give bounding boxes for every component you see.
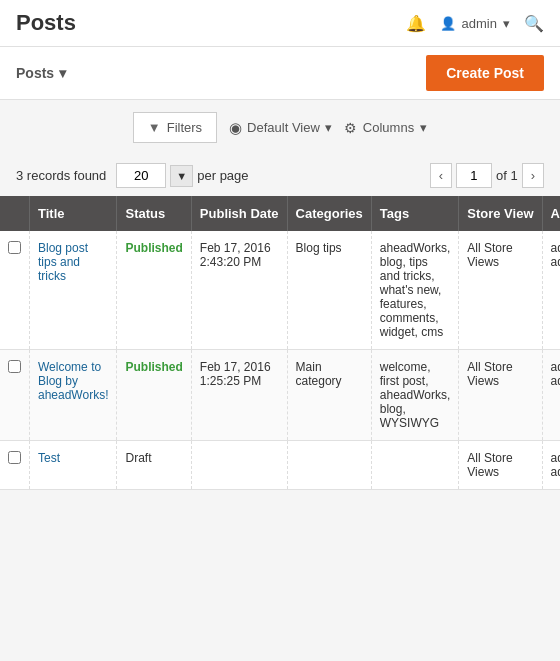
row-publish-date: Feb 17, 2016 1:25:25 PM [191,350,287,441]
row-checkbox[interactable] [8,360,21,373]
per-page-label: per page [197,168,248,183]
view-selector[interactable]: ◉ Default View ▾ [229,119,332,137]
gear-icon: ⚙ [344,120,357,136]
col-publish-date: Publish Date [191,196,287,231]
per-page-dropdown-icon[interactable]: ▼ [170,165,193,187]
table-row: Blog post tips and tricksPublishedFeb 17… [0,231,560,350]
row-title[interactable]: Blog post tips and tricks [38,241,88,283]
col-store-view: Store View [459,196,542,231]
per-page-input[interactable] [116,163,166,188]
per-page-selector: ▼ per page [116,163,248,188]
row-status: Published [125,360,182,374]
user-icon: 👤 [440,16,456,31]
row-title[interactable]: Welcome to Blog by aheadWorks! [38,360,108,402]
view-label: Default View [247,120,320,135]
row-store-view: All Store Views [459,441,542,490]
row-store-view: All Store Views [459,350,542,441]
sub-header: Posts ▾ Create Post [0,47,560,100]
row-categories: Blog tips [287,231,371,350]
data-table: Title Status Publish Date Categories Tag… [0,196,560,490]
row-checkbox[interactable] [8,241,21,254]
row-categories [287,441,371,490]
row-status: Draft [125,451,151,465]
table-row: Welcome to Blog by aheadWorks!PublishedF… [0,350,560,441]
posts-dropdown[interactable]: Posts ▾ [16,65,66,81]
row-status: Published [125,241,182,255]
col-checkbox [0,196,30,231]
search-icon[interactable]: 🔍 [524,14,544,33]
row-publish-date [191,441,287,490]
row-title[interactable]: Test [38,451,60,465]
admin-chevron-icon: ▾ [503,16,510,31]
row-tags: aheadWorks, blog, tips and tricks, what'… [371,231,458,350]
table-header: Title Status Publish Date Categories Tag… [0,196,560,231]
records-row: 3 records found ▼ per page ‹ of 1 › [0,155,560,196]
row-tags [371,441,458,490]
view-chevron-icon: ▾ [325,120,332,135]
col-title: Title [30,196,117,231]
page-title: Posts [16,10,76,36]
col-tags: Tags [371,196,458,231]
col-author: Author [542,196,560,231]
records-found: 3 records found [16,168,106,183]
next-page-button[interactable]: › [522,163,544,188]
page-number-input[interactable] [456,163,492,188]
columns-button[interactable]: ⚙ Columns ▾ [344,120,427,136]
create-post-button[interactable]: Create Post [426,55,544,91]
row-author: admin admin [542,231,560,350]
columns-label: Columns [363,120,414,135]
filter-label: Filters [167,120,202,135]
row-store-view: All Store Views [459,231,542,350]
row-publish-date: Feb 17, 2016 2:43:20 PM [191,231,287,350]
pagination: ‹ of 1 › [430,163,544,188]
posts-dropdown-chevron-icon: ▾ [59,65,66,81]
posts-dropdown-label: Posts [16,65,54,81]
columns-chevron-icon: ▾ [420,120,427,135]
of-label: of 1 [496,168,518,183]
row-author: admin admin [542,350,560,441]
admin-label: admin [462,16,497,31]
table-row: TestDraftAll Store Viewsadmin admin [0,441,560,490]
row-checkbox[interactable] [8,451,21,464]
filter-button[interactable]: ▼ Filters [133,112,217,143]
prev-page-button[interactable]: ‹ [430,163,452,188]
admin-user[interactable]: 👤 admin ▾ [440,16,510,31]
row-author: admin admin [542,441,560,490]
header-icons: 🔔 👤 admin ▾ 🔍 [406,14,544,33]
row-categories: Main category [287,350,371,441]
filters-row: ▼ Filters ◉ Default View ▾ ⚙ Columns ▾ [0,100,560,155]
bell-icon[interactable]: 🔔 [406,14,426,33]
col-status: Status [117,196,191,231]
eye-icon: ◉ [229,119,242,137]
row-tags: welcome, first post, aheadWorks, blog, W… [371,350,458,441]
col-categories: Categories [287,196,371,231]
top-header: Posts 🔔 👤 admin ▾ 🔍 [0,0,560,47]
filter-icon: ▼ [148,120,161,135]
table-body: Blog post tips and tricksPublishedFeb 17… [0,231,560,490]
